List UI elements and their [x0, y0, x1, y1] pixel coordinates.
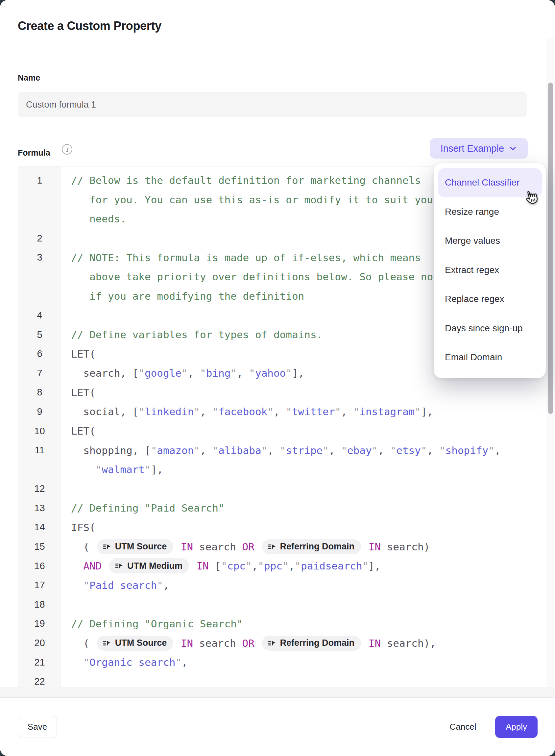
code-segment — [71, 560, 83, 572]
code-segment — [71, 579, 83, 591]
code-row-content: // NOTE: This formula is made up of if-e… — [61, 252, 421, 264]
property-chip[interactable]: Referring Domain — [262, 539, 361, 554]
line-number: 1 — [18, 175, 61, 186]
code-segment: walmart — [101, 464, 145, 475]
code-segment: instagram — [359, 406, 415, 417]
code-segment: // Defining "Paid Search" — [71, 502, 224, 514]
code-row: 20 ( UTM Source IN search OR Referring D… — [18, 633, 527, 653]
code-segment: [ — [209, 560, 221, 572]
menu-item-days-since-sign-up[interactable]: Days since sign-up — [438, 314, 542, 343]
line-number: 2 — [18, 233, 61, 244]
menu-item-extract-regex[interactable]: Extract regex — [438, 255, 542, 285]
code-segment: OR — [242, 637, 254, 649]
line-number: 20 — [18, 638, 61, 648]
code-segment: IN — [197, 560, 209, 572]
code-segment: " — [181, 367, 188, 379]
line-number: 11 — [18, 445, 61, 455]
code-segment: " — [341, 444, 347, 456]
code-row-content: ( UTM Source IN search OR Referring Doma… — [61, 636, 436, 651]
menu-item-replace-regex[interactable]: Replace regex — [438, 285, 542, 314]
property-chip-label: UTM Medium — [127, 561, 182, 571]
code-segment: search) — [381, 541, 430, 553]
save-button[interactable]: Save — [18, 716, 57, 738]
code-segment: paidsearch — [301, 560, 362, 572]
code-row: 11 shopping, ["amazon", "alibaba", "stri… — [18, 440, 527, 460]
code-segment: , — [163, 579, 169, 591]
code-segment: for you. You can use this as-is or modif… — [71, 194, 439, 206]
code-segment — [71, 656, 83, 668]
code-segment: search — [193, 541, 242, 553]
name-input[interactable] — [18, 92, 527, 117]
code-row-content: LET( — [61, 425, 96, 437]
code-row-content: "walmart"], — [61, 464, 163, 475]
code-row: 14IFS( — [18, 518, 527, 537]
code-segment: , — [329, 444, 341, 456]
code-segment: twitter — [292, 406, 335, 417]
code-segment: ( — [71, 541, 96, 553]
code-row-content: social, ["linkedin", "facebook", "twitte… — [61, 406, 433, 417]
code-segment: " — [138, 367, 145, 379]
code-row-content: // Define variables for types of domains… — [61, 329, 323, 341]
code-segment: " — [96, 464, 102, 475]
code-segment: search), — [381, 637, 436, 649]
code-segment: " — [283, 560, 289, 572]
cancel-button[interactable]: Cancel — [443, 716, 483, 738]
property-chip[interactable]: UTM Source — [97, 636, 174, 651]
code-row-content: LET( — [61, 387, 96, 398]
property-chip-label: UTM Source — [115, 638, 167, 648]
info-circle-icon[interactable]: i — [62, 144, 72, 155]
line-number: 5 — [18, 329, 61, 340]
line-number: 13 — [18, 503, 61, 514]
code-segment: " — [200, 367, 206, 379]
code-segment: " — [138, 406, 145, 417]
property-cursor-icon — [267, 639, 276, 648]
line-number: 8 — [18, 387, 61, 398]
menu-item-email-domain[interactable]: Email Domain — [438, 343, 542, 372]
line-number: 14 — [18, 522, 61, 532]
apply-button[interactable]: Apply — [495, 716, 538, 738]
code-segment: " — [488, 444, 495, 456]
code-row: 22 — [18, 672, 527, 687]
code-segment — [175, 637, 181, 649]
code-row: 13// Defining "Paid Search" — [18, 499, 527, 518]
menu-item-merge-values[interactable]: Merge values — [438, 226, 542, 255]
code-row-content: "Organic search", — [61, 656, 188, 668]
code-row: 8LET( — [18, 383, 527, 402]
code-row-content: // Defining "Organic Search" — [61, 618, 243, 630]
line-number: 19 — [18, 618, 61, 629]
code-segment: bing — [206, 367, 231, 379]
code-segment: " — [151, 444, 157, 456]
code-segment: " — [261, 444, 268, 456]
name-label: Name — [18, 73, 40, 83]
code-segment: ( — [71, 637, 96, 649]
code-segment: " — [212, 444, 218, 456]
code-row: 17 "Paid search", — [18, 575, 527, 595]
code-segment: search, [ — [71, 367, 138, 379]
code-segment: " — [83, 579, 89, 591]
line-number: 22 — [18, 676, 61, 687]
code-segment — [190, 560, 197, 572]
code-row-content: needs. — [61, 213, 126, 225]
code-segment: " — [323, 444, 329, 456]
code-segment: " — [258, 560, 264, 572]
code-segment: // Define variables for types of domains… — [71, 329, 323, 341]
line-number: 15 — [18, 541, 61, 552]
code-row: 10LET( — [18, 422, 527, 441]
property-chip[interactable]: UTM Source — [97, 539, 174, 554]
code-row-content: for you. You can use this as-is or modif… — [61, 194, 439, 206]
property-chip[interactable]: UTM Medium — [109, 558, 189, 573]
code-segment: ppc — [264, 560, 283, 572]
code-segment — [362, 637, 369, 649]
property-chip-label: UTM Source — [115, 542, 167, 552]
property-chip[interactable]: Referring Domain — [262, 636, 361, 651]
code-segment: , — [237, 367, 249, 379]
code-segment: " — [83, 656, 89, 668]
code-segment: AND — [83, 560, 101, 572]
code-segment: if you are modifying the definition — [71, 290, 304, 302]
code-segment: alibaba — [218, 444, 261, 456]
code-segment: , — [273, 406, 286, 417]
code-row: 21 "Organic search", — [18, 653, 527, 672]
code-segment: , — [267, 444, 280, 456]
vertical-scrollbar-thumb[interactable] — [548, 83, 553, 414]
insert-example-button[interactable]: Insert Example — [430, 138, 528, 159]
